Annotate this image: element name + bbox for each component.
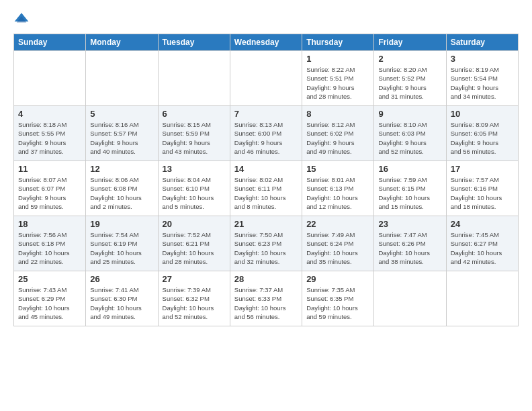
- day-number: 28: [234, 274, 298, 284]
- day-info: Sunrise: 7:43 AM Sunset: 6:29 PM Dayligh…: [18, 285, 81, 321]
- calendar-cell: 1Sunrise: 8:22 AM Sunset: 5:51 PM Daylig…: [302, 51, 374, 106]
- week-row-1: 1Sunrise: 8:22 AM Sunset: 5:51 PM Daylig…: [14, 51, 519, 106]
- calendar-cell: 13Sunrise: 8:04 AM Sunset: 6:10 PM Dayli…: [158, 161, 230, 216]
- day-number: 24: [451, 219, 514, 229]
- day-info: Sunrise: 7:41 AM Sunset: 6:30 PM Dayligh…: [90, 285, 153, 321]
- logo: [13, 11, 32, 27]
- day-info: Sunrise: 7:39 AM Sunset: 6:32 PM Dayligh…: [163, 285, 226, 321]
- day-info: Sunrise: 8:13 AM Sunset: 6:00 PM Dayligh…: [234, 120, 298, 156]
- day-info: Sunrise: 8:02 AM Sunset: 6:11 PM Dayligh…: [234, 175, 298, 211]
- calendar-cell: 18Sunrise: 7:56 AM Sunset: 6:18 PM Dayli…: [14, 216, 86, 271]
- day-number: 3: [451, 54, 514, 64]
- calendar-cell: [158, 51, 230, 106]
- col-saturday: Saturday: [446, 34, 518, 51]
- day-number: 9: [378, 109, 441, 119]
- calendar-cell: 6Sunrise: 8:15 AM Sunset: 5:59 PM Daylig…: [158, 106, 230, 161]
- day-info: Sunrise: 7:50 AM Sunset: 6:23 PM Dayligh…: [234, 230, 298, 266]
- calendar-cell: [14, 51, 86, 106]
- day-info: Sunrise: 8:01 AM Sunset: 6:13 PM Dayligh…: [306, 175, 369, 211]
- day-info: Sunrise: 8:15 AM Sunset: 5:59 PM Dayligh…: [163, 120, 226, 156]
- calendar-cell: 2Sunrise: 8:20 AM Sunset: 5:52 PM Daylig…: [374, 51, 446, 106]
- day-number: 27: [163, 274, 226, 284]
- day-info: Sunrise: 7:52 AM Sunset: 6:21 PM Dayligh…: [163, 230, 226, 266]
- day-number: 5: [90, 109, 153, 119]
- day-info: Sunrise: 7:47 AM Sunset: 6:26 PM Dayligh…: [378, 230, 441, 266]
- day-info: Sunrise: 8:22 AM Sunset: 5:51 PM Dayligh…: [306, 65, 369, 101]
- day-number: 16: [378, 164, 441, 174]
- col-tuesday: Tuesday: [158, 34, 230, 51]
- calendar-cell: 26Sunrise: 7:41 AM Sunset: 6:30 PM Dayli…: [86, 271, 158, 326]
- day-number: 29: [306, 274, 369, 284]
- day-number: 25: [18, 274, 81, 284]
- day-info: Sunrise: 7:57 AM Sunset: 6:16 PM Dayligh…: [451, 175, 514, 211]
- header: [13, 11, 519, 27]
- calendar-cell: 20Sunrise: 7:52 AM Sunset: 6:21 PM Dayli…: [158, 216, 230, 271]
- day-info: Sunrise: 8:19 AM Sunset: 5:54 PM Dayligh…: [451, 65, 514, 101]
- calendar-cell: 16Sunrise: 7:59 AM Sunset: 6:15 PM Dayli…: [374, 161, 446, 216]
- calendar-cell: 17Sunrise: 7:57 AM Sunset: 6:16 PM Dayli…: [446, 161, 518, 216]
- calendar-cell: 29Sunrise: 7:35 AM Sunset: 6:35 PM Dayli…: [302, 271, 374, 326]
- calendar-cell: [374, 271, 446, 326]
- page: Sunday Monday Tuesday Wednesday Thursday…: [0, 0, 532, 411]
- day-number: 10: [451, 109, 514, 119]
- week-row-4: 18Sunrise: 7:56 AM Sunset: 6:18 PM Dayli…: [14, 216, 519, 271]
- calendar-cell: 5Sunrise: 8:16 AM Sunset: 5:57 PM Daylig…: [86, 106, 158, 161]
- day-info: Sunrise: 8:18 AM Sunset: 5:55 PM Dayligh…: [18, 120, 81, 156]
- calendar-cell: [446, 271, 518, 326]
- calendar-cell: 27Sunrise: 7:39 AM Sunset: 6:32 PM Dayli…: [158, 271, 230, 326]
- day-number: 8: [306, 109, 369, 119]
- day-number: 12: [90, 164, 153, 174]
- calendar-cell: 8Sunrise: 8:12 AM Sunset: 6:02 PM Daylig…: [302, 106, 374, 161]
- day-number: 21: [234, 219, 298, 229]
- day-number: 14: [234, 164, 298, 174]
- day-info: Sunrise: 7:54 AM Sunset: 6:19 PM Dayligh…: [90, 230, 153, 266]
- calendar-cell: 3Sunrise: 8:19 AM Sunset: 5:54 PM Daylig…: [446, 51, 518, 106]
- calendar-cell: 11Sunrise: 8:07 AM Sunset: 6:07 PM Dayli…: [14, 161, 86, 216]
- day-number: 20: [163, 219, 226, 229]
- day-info: Sunrise: 7:59 AM Sunset: 6:15 PM Dayligh…: [378, 175, 441, 211]
- col-friday: Friday: [374, 34, 446, 51]
- col-monday: Monday: [86, 34, 158, 51]
- day-number: 23: [378, 219, 441, 229]
- week-row-3: 11Sunrise: 8:07 AM Sunset: 6:07 PM Dayli…: [14, 161, 519, 216]
- calendar-cell: 9Sunrise: 8:10 AM Sunset: 6:03 PM Daylig…: [374, 106, 446, 161]
- calendar-cell: 12Sunrise: 8:06 AM Sunset: 6:08 PM Dayli…: [86, 161, 158, 216]
- day-info: Sunrise: 7:45 AM Sunset: 6:27 PM Dayligh…: [451, 230, 514, 266]
- day-number: 13: [163, 164, 226, 174]
- calendar-cell: 28Sunrise: 7:37 AM Sunset: 6:33 PM Dayli…: [230, 271, 302, 326]
- day-number: 15: [306, 164, 369, 174]
- logo-icon: [13, 11, 30, 27]
- week-row-5: 25Sunrise: 7:43 AM Sunset: 6:29 PM Dayli…: [14, 271, 519, 326]
- calendar-cell: 10Sunrise: 8:09 AM Sunset: 6:05 PM Dayli…: [446, 106, 518, 161]
- day-info: Sunrise: 7:37 AM Sunset: 6:33 PM Dayligh…: [234, 285, 298, 321]
- day-info: Sunrise: 8:04 AM Sunset: 6:10 PM Dayligh…: [163, 175, 226, 211]
- calendar-cell: 7Sunrise: 8:13 AM Sunset: 6:00 PM Daylig…: [230, 106, 302, 161]
- calendar-cell: 15Sunrise: 8:01 AM Sunset: 6:13 PM Dayli…: [302, 161, 374, 216]
- col-sunday: Sunday: [14, 34, 86, 51]
- day-number: 7: [234, 109, 298, 119]
- day-number: 4: [18, 109, 81, 119]
- day-number: 1: [306, 54, 369, 64]
- day-info: Sunrise: 8:20 AM Sunset: 5:52 PM Dayligh…: [378, 65, 441, 101]
- calendar-cell: 19Sunrise: 7:54 AM Sunset: 6:19 PM Dayli…: [86, 216, 158, 271]
- day-number: 18: [18, 219, 81, 229]
- day-number: 17: [451, 164, 514, 174]
- day-info: Sunrise: 7:49 AM Sunset: 6:24 PM Dayligh…: [306, 230, 369, 266]
- calendar-cell: [86, 51, 158, 106]
- header-row: Sunday Monday Tuesday Wednesday Thursday…: [14, 34, 519, 51]
- week-row-2: 4Sunrise: 8:18 AM Sunset: 5:55 PM Daylig…: [14, 106, 519, 161]
- day-number: 2: [378, 54, 441, 64]
- day-info: Sunrise: 8:06 AM Sunset: 6:08 PM Dayligh…: [90, 175, 153, 211]
- col-thursday: Thursday: [302, 34, 374, 51]
- day-number: 11: [18, 164, 81, 174]
- day-number: 19: [90, 219, 153, 229]
- calendar-cell: 22Sunrise: 7:49 AM Sunset: 6:24 PM Dayli…: [302, 216, 374, 271]
- day-info: Sunrise: 8:10 AM Sunset: 6:03 PM Dayligh…: [378, 120, 441, 156]
- day-info: Sunrise: 7:56 AM Sunset: 6:18 PM Dayligh…: [18, 230, 81, 266]
- day-info: Sunrise: 7:35 AM Sunset: 6:35 PM Dayligh…: [306, 285, 369, 321]
- calendar-table: Sunday Monday Tuesday Wednesday Thursday…: [13, 34, 519, 326]
- calendar-cell: 23Sunrise: 7:47 AM Sunset: 6:26 PM Dayli…: [374, 216, 446, 271]
- day-number: 6: [163, 109, 226, 119]
- day-info: Sunrise: 8:12 AM Sunset: 6:02 PM Dayligh…: [306, 120, 369, 156]
- calendar-cell: 4Sunrise: 8:18 AM Sunset: 5:55 PM Daylig…: [14, 106, 86, 161]
